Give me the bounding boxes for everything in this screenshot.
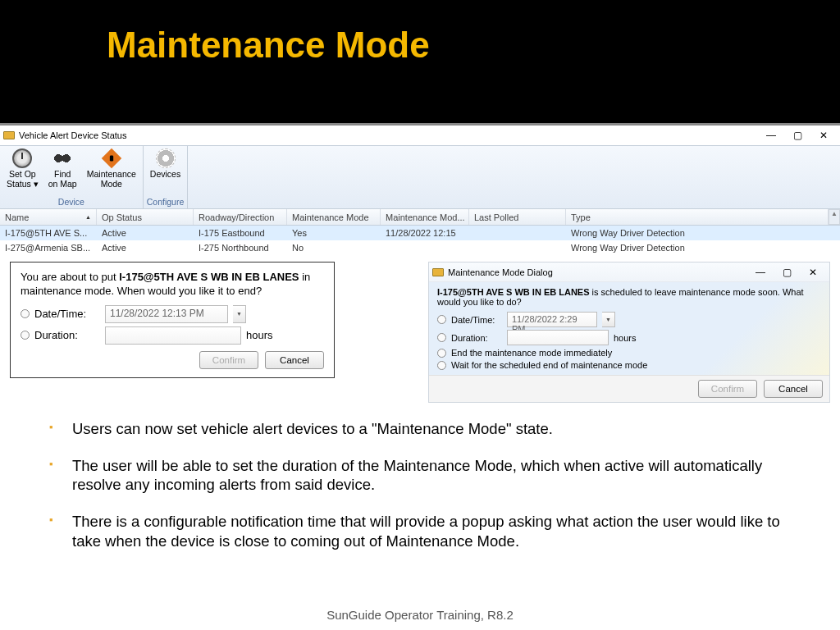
table-cell: I-175@5TH AVE S... <box>0 226 97 240</box>
datetime-input[interactable]: 11/28/2022 12:13 PM <box>105 305 228 323</box>
dialog-message: I-175@5TH AVE S WB IN EB LANES is schedu… <box>437 287 821 307</box>
datetime-radio[interactable] <box>437 315 446 324</box>
duration-label: Duration: <box>34 329 100 341</box>
maintenance-mode-button[interactable]: Maintenance Mode <box>82 146 141 189</box>
table-cell: I-275@Armenia SB... <box>0 240 97 255</box>
table-cell: Wrong Way Driver Detection <box>566 226 840 240</box>
col-maint-mode[interactable]: Maintenance Mode <box>287 209 381 225</box>
col-maint-mod[interactable]: Maintenance Mod... <box>381 209 469 225</box>
power-icon <box>12 148 32 168</box>
app-title: Vehicle Alert Device Status <box>19 130 758 140</box>
table-cell: I-275 Northbound <box>194 240 287 255</box>
datetime-radio[interactable] <box>21 309 30 318</box>
datetime-label: Date/Time: <box>34 308 100 320</box>
col-roadway[interactable]: Roadway/Direction <box>194 209 287 225</box>
ribbon-group-label: Device <box>58 197 84 208</box>
scroll-up-button[interactable]: ▲ <box>829 209 840 225</box>
table-cell: No <box>287 240 381 255</box>
cancel-button[interactable]: Cancel <box>265 351 324 369</box>
grid-header: Name▲ Op Status Roadway/Direction Mainte… <box>0 209 840 226</box>
hours-label: hours <box>614 333 637 343</box>
confirm-button[interactable]: Confirm <box>698 380 757 398</box>
table-cell: Wrong Way Driver Detection <box>566 240 840 255</box>
table-cell <box>381 240 469 255</box>
bullet-list: Users can now set vehicle alert devices … <box>0 408 840 550</box>
app-titlebar: Vehicle Alert Device Status — ▢ ✕ <box>0 126 840 145</box>
minimize-button[interactable]: — <box>747 267 774 278</box>
duration-input[interactable] <box>105 326 241 345</box>
col-type[interactable]: Type <box>566 209 829 225</box>
confirm-button[interactable]: Confirm <box>199 351 258 369</box>
app-icon <box>3 131 15 139</box>
binoculars-icon <box>52 148 72 168</box>
slide-footer: SunGuide Operator Training, R8.2 <box>0 608 840 622</box>
diamond-icon <box>102 148 121 168</box>
table-cell: Active <box>97 226 194 240</box>
minimize-button[interactable]: — <box>758 130 784 141</box>
table-row[interactable]: I-275@Armenia SB...ActiveI-275 Northboun… <box>0 240 840 255</box>
ribbon-group-configure: Devices Configure <box>144 146 188 208</box>
bullet-item: Users can now set vehicle alert devices … <box>49 419 799 438</box>
table-cell: 11/28/2022 12:15 <box>381 226 469 240</box>
devices-button[interactable]: Devices <box>145 146 185 179</box>
duration-radio[interactable] <box>437 333 446 342</box>
col-name[interactable]: Name▲ <box>0 209 97 225</box>
datetime-dropdown[interactable]: ▼ <box>233 305 246 323</box>
cancel-button[interactable]: Cancel <box>764 380 823 398</box>
slide-header: Maintenance Mode <box>0 0 840 123</box>
maximize-button[interactable]: ▢ <box>784 130 810 141</box>
table-cell: Yes <box>287 226 381 240</box>
col-last-polled[interactable]: Last Polled <box>469 209 566 225</box>
end-now-radio[interactable] <box>437 349 446 358</box>
ribbon: Set Op Status ▾ Find on Map Maintenance … <box>0 145 840 209</box>
hours-label: hours <box>246 329 273 341</box>
dialog-message: You are about to put I-175@5TH AVE S WB … <box>21 271 324 299</box>
maintenance-start-dialog: You are about to put I-175@5TH AVE S WB … <box>10 262 335 378</box>
close-button[interactable]: ✕ <box>800 267 826 278</box>
set-op-status-button[interactable]: Set Op Status ▾ <box>2 146 43 189</box>
table-cell: I-175 Eastbound <box>194 226 287 240</box>
app-window: Vehicle Alert Device Status — ▢ ✕ Set Op… <box>0 123 840 255</box>
dialog-icon <box>432 268 444 276</box>
table-row[interactable]: I-175@5TH AVE S...ActiveI-175 EastboundY… <box>0 226 840 240</box>
col-op-status[interactable]: Op Status <box>97 209 194 225</box>
wait-radio[interactable] <box>437 361 446 370</box>
datetime-dropdown[interactable]: ▼ <box>602 312 615 327</box>
bullet-item: There is a configurable notification tim… <box>49 512 799 550</box>
find-on-map-button[interactable]: Find on Map <box>43 146 82 189</box>
table-cell <box>469 240 566 255</box>
datetime-label: Date/Time: <box>451 315 502 325</box>
duration-input[interactable] <box>507 330 609 345</box>
end-now-label: End the maintenance mode immediately <box>451 348 612 358</box>
duration-radio[interactable] <box>21 331 30 340</box>
slide-title: Maintenance Mode <box>107 25 840 66</box>
wait-label: Wait for the scheduled end of maintenanc… <box>451 360 647 370</box>
duration-label: Duration: <box>451 333 502 343</box>
table-cell <box>469 226 566 240</box>
datetime-input[interactable]: 11/28/2022 2:29 PM <box>507 312 597 327</box>
grid-body: I-175@5TH AVE S...ActiveI-175 EastboundY… <box>0 226 840 255</box>
maximize-button[interactable]: ▢ <box>774 267 800 278</box>
close-button[interactable]: ✕ <box>810 130 837 141</box>
maintenance-end-dialog: Maintenance Mode Dialog — ▢ ✕ I-175@5TH … <box>428 262 830 403</box>
ribbon-group-device: Set Op Status ▾ Find on Map Maintenance … <box>0 146 144 208</box>
gear-icon <box>156 148 176 168</box>
ribbon-group-label: Configure <box>147 197 185 208</box>
table-cell: Active <box>97 240 194 255</box>
bullet-item: The user will be able to set the duratio… <box>49 456 799 494</box>
dialog-title: Maintenance Mode Dialog <box>448 267 747 277</box>
